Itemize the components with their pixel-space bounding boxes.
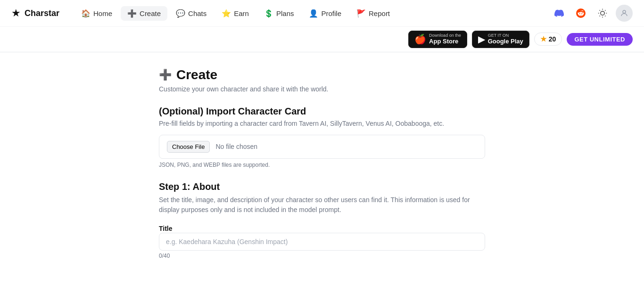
user-icon: [620, 9, 628, 17]
page-subtitle: Customize your own character and share i…: [159, 85, 485, 93]
reddit-button[interactable]: [572, 5, 589, 22]
stars-count: 20: [549, 35, 556, 43]
profile-icon: 👤: [309, 9, 318, 18]
get-unlimited-button[interactable]: GET UNLIMITED: [567, 33, 633, 46]
step1-title: Step 1: About: [159, 181, 485, 192]
import-section-desc: Pre-fill fields by importing a character…: [159, 120, 485, 127]
step1-desc: Set the title, image, and description of…: [159, 195, 485, 215]
user-avatar[interactable]: [616, 5, 633, 22]
title-field-label: Title: [159, 225, 173, 232]
nav-item-home-label: Home: [93, 9, 112, 17]
svg-line-7: [600, 16, 600, 16]
nav-item-chats[interactable]: 💬 Chats: [169, 6, 213, 21]
apple-icon: 🍎: [414, 33, 426, 45]
main-content: ➕ Create Customize your own character an…: [148, 52, 496, 274]
nav-item-chats-label: Chats: [188, 9, 206, 17]
google-play-main-label: Google Play: [488, 38, 523, 45]
svg-point-9: [623, 10, 626, 13]
nav-item-report-label: Report: [369, 9, 390, 17]
page-title: Create: [176, 67, 217, 82]
title-char-count: 0/40: [159, 253, 485, 259]
stars-star-icon: ★: [540, 35, 546, 43]
nav-item-profile[interactable]: 👤 Profile: [302, 6, 348, 21]
sun-icon: [598, 8, 607, 18]
header: ★ Charstar 🏠 Home ➕ Create 💬 Chats ⭐ Ear…: [0, 0, 644, 26]
google-play-sub-label: GET IT ON: [488, 33, 523, 38]
main-nav: 🏠 Home ➕ Create 💬 Chats ⭐ Earn 💲 Plans 👤: [74, 6, 551, 21]
create-icon: ➕: [127, 9, 137, 18]
file-name-text: No file chosen: [215, 143, 257, 150]
title-field-group: Title 0/40: [159, 224, 485, 259]
plans-icon: 💲: [264, 9, 273, 18]
app-store-sub-label: Download on the: [429, 33, 461, 38]
logo-text: Charstar: [25, 8, 59, 18]
earn-icon: ⭐: [222, 9, 231, 18]
nav-item-plans-label: Plans: [276, 9, 294, 17]
home-icon: 🏠: [81, 9, 91, 18]
nav-item-home[interactable]: 🏠 Home: [74, 6, 119, 21]
logo[interactable]: ★ Charstar: [11, 7, 59, 19]
nav-item-profile-label: Profile: [321, 9, 341, 17]
import-section-title: (Optional) Import Character Card: [159, 106, 485, 117]
app-store-badge[interactable]: 🍎 Download on the App Store: [408, 31, 467, 48]
discord-button[interactable]: [551, 5, 568, 22]
stars-counter: ★ 20: [534, 33, 562, 46]
theme-toggle-button[interactable]: [594, 5, 611, 22]
report-icon: 🚩: [356, 9, 366, 18]
discord-icon: [554, 8, 564, 18]
top-bar-extras: 🍎 Download on the App Store ▶ GET IT ON …: [0, 26, 644, 52]
nav-item-report[interactable]: 🚩 Report: [350, 6, 396, 21]
nav-item-create-label: Create: [140, 9, 161, 17]
file-input-area[interactable]: Choose File No file chosen: [159, 135, 485, 159]
choose-file-button[interactable]: Choose File: [167, 141, 210, 153]
file-support-note: JSON, PNG, and WEBP files are supported.: [159, 162, 485, 168]
svg-point-0: [601, 11, 604, 15]
nav-item-plans[interactable]: 💲 Plans: [257, 6, 301, 21]
svg-line-8: [605, 10, 605, 11]
header-wrapper: ★ Charstar 🏠 Home ➕ Create 💬 Chats ⭐ Ear…: [0, 0, 644, 52]
svg-line-4: [605, 16, 605, 16]
page-title-row: ➕ Create: [159, 67, 485, 82]
app-store-main-label: App Store: [429, 38, 461, 45]
logo-star-icon: ★: [11, 7, 21, 19]
header-right: [551, 5, 633, 22]
nav-item-create[interactable]: ➕ Create: [121, 6, 167, 21]
google-play-badge[interactable]: ▶ GET IT ON Google Play: [472, 31, 529, 48]
svg-line-3: [600, 10, 600, 11]
title-input[interactable]: [159, 233, 485, 251]
reddit-icon: [576, 8, 586, 18]
create-page-icon: ➕: [159, 69, 172, 81]
nav-item-earn[interactable]: ⭐ Earn: [215, 6, 256, 21]
chats-icon: 💬: [176, 9, 185, 18]
nav-item-earn-label: Earn: [234, 9, 249, 17]
google-play-icon: ▶: [478, 33, 485, 45]
